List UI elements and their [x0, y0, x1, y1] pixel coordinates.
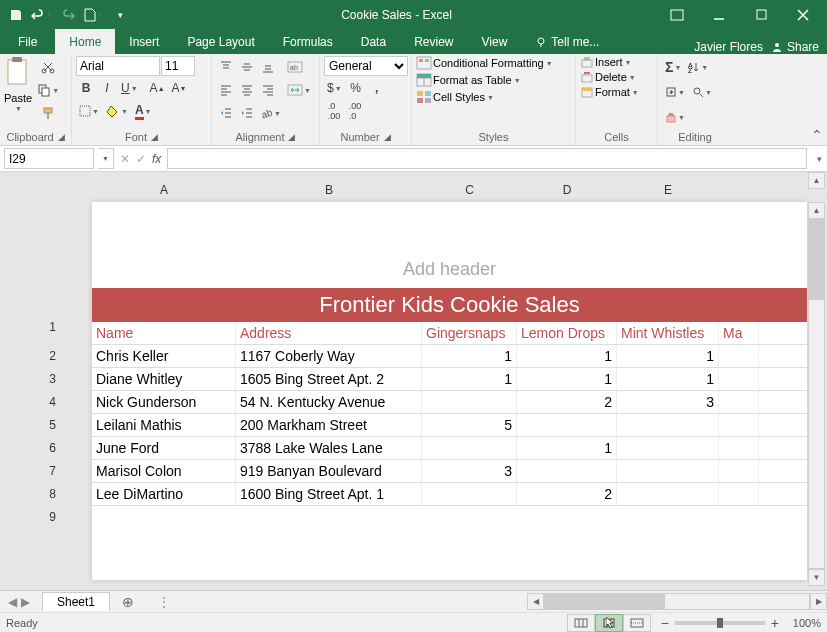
cell[interactable]: 3 — [422, 460, 517, 482]
cell[interactable] — [517, 460, 617, 482]
cell[interactable]: 3 — [617, 391, 719, 413]
fill-icon[interactable]: ▼ — [662, 81, 688, 103]
comma-format-icon[interactable]: , — [367, 77, 387, 99]
cell[interactable]: Leilani Mathis — [92, 414, 236, 436]
tab-insert[interactable]: Insert — [115, 29, 173, 54]
row-header[interactable]: 4 — [10, 390, 70, 413]
dialog-launcher-icon[interactable]: ◢ — [288, 132, 295, 142]
format-painter-icon[interactable] — [34, 102, 62, 124]
accounting-format-icon[interactable]: $▼ — [324, 77, 345, 99]
decrease-indent-icon[interactable] — [216, 102, 236, 124]
header-cell[interactable]: Ma — [719, 322, 759, 344]
row-header[interactable]: 3 — [10, 367, 70, 390]
new-sheet-button[interactable]: ⊕ — [118, 594, 138, 610]
zoom-level[interactable]: 100% — [785, 617, 821, 629]
header-cell[interactable]: Lemon Drops — [517, 322, 617, 344]
cell[interactable] — [719, 391, 759, 413]
scroll-right-icon[interactable]: ▶ — [810, 593, 827, 610]
cell[interactable]: 1 — [422, 368, 517, 390]
row-header[interactable]: 6 — [10, 436, 70, 459]
increase-font-icon[interactable]: A▲ — [147, 77, 168, 99]
cell[interactable] — [719, 483, 759, 505]
paste-button[interactable] — [4, 56, 32, 91]
scroll-left-icon[interactable]: ◀ — [527, 593, 544, 610]
cell[interactable]: 5 — [422, 414, 517, 436]
autosum-icon[interactable]: Σ▼ — [662, 56, 684, 78]
qat-customize-icon[interactable]: ▾ — [108, 3, 132, 27]
font-color-button[interactable]: A▼ — [132, 100, 155, 122]
clear-icon[interactable]: ▼ — [662, 106, 688, 128]
page-break-view-icon[interactable] — [623, 614, 651, 632]
number-format-select[interactable]: General — [324, 56, 408, 76]
paste-label[interactable]: Paste — [4, 92, 32, 104]
close-icon[interactable] — [783, 0, 823, 29]
cell[interactable]: 1 — [517, 437, 617, 459]
cell[interactable]: 2 — [517, 483, 617, 505]
cell[interactable]: 1 — [422, 345, 517, 367]
cell[interactable]: 1167 Coberly Way — [236, 345, 422, 367]
zoom-out-button[interactable]: − — [661, 615, 669, 631]
cell[interactable] — [719, 414, 759, 436]
find-select-icon[interactable]: ▼ — [689, 81, 715, 103]
cell[interactable] — [617, 483, 719, 505]
cell-styles-button[interactable]: Cell Styles▼ — [416, 90, 494, 104]
cell[interactable] — [719, 368, 759, 390]
align-left-icon[interactable] — [216, 79, 236, 101]
scroll-up-icon[interactable]: ▲ — [808, 202, 825, 219]
dialog-launcher-icon[interactable]: ◢ — [58, 132, 65, 142]
font-size-input[interactable] — [161, 56, 195, 76]
ribbon-display-icon[interactable] — [657, 0, 697, 29]
chevron-down-icon[interactable]: ▼ — [46, 11, 53, 18]
maximize-icon[interactable] — [741, 0, 781, 29]
format-as-table-button[interactable]: Format as Table▼ — [416, 73, 521, 87]
format-cells-button[interactable]: Format▼ — [580, 86, 639, 98]
redo-icon[interactable] — [56, 3, 80, 27]
zoom-slider[interactable] — [675, 621, 765, 625]
undo-icon[interactable]: ▼ — [30, 3, 54, 27]
row-header[interactable]: 5 — [10, 413, 70, 436]
percent-format-icon[interactable]: % — [346, 77, 366, 99]
header-cell[interactable]: Name — [92, 322, 236, 344]
border-button[interactable]: ▼ — [76, 100, 102, 122]
page-paper[interactable]: Add header Frontier Kids Cookie Sales Na… — [92, 202, 807, 580]
conditional-formatting-button[interactable]: Conditional Formatting▼ — [416, 56, 553, 70]
cell[interactable] — [719, 437, 759, 459]
italic-button[interactable]: I — [97, 77, 117, 99]
increase-decimal-icon[interactable]: .0.00 — [324, 100, 344, 122]
copy-icon[interactable]: ▼ — [34, 79, 62, 101]
font-name-input[interactable] — [76, 56, 160, 76]
scroll-thumb[interactable] — [545, 594, 665, 609]
bold-button[interactable]: B — [76, 77, 96, 99]
row-header[interactable]: 8 — [10, 482, 70, 505]
cell[interactable] — [422, 483, 517, 505]
cell[interactable]: Diane Whitley — [92, 368, 236, 390]
cell[interactable]: Lee DiMartino — [92, 483, 236, 505]
cell[interactable] — [617, 460, 719, 482]
cell[interactable] — [719, 345, 759, 367]
align-center-icon[interactable] — [237, 79, 257, 101]
scroll-up-page-icon[interactable]: ▲ — [808, 172, 825, 189]
sort-filter-icon[interactable]: AZ▼ — [685, 56, 711, 78]
row-header[interactable]: 9 — [10, 505, 70, 528]
horizontal-scrollbar[interactable]: ◀ ▶ — [527, 593, 827, 610]
share-button[interactable]: Share — [771, 40, 819, 54]
tab-view[interactable]: View — [468, 29, 522, 54]
enter-formula-icon[interactable]: ✓ — [136, 152, 146, 166]
cell[interactable] — [422, 391, 517, 413]
align-right-icon[interactable] — [258, 79, 278, 101]
orientation-icon[interactable]: ab▼ — [258, 102, 284, 124]
column-header[interactable]: D — [517, 180, 617, 200]
underline-button[interactable]: U▼ — [118, 77, 141, 99]
page-layout-view-icon[interactable] — [595, 614, 623, 632]
name-box[interactable]: I29 — [4, 148, 94, 169]
tab-nav-prev-icon[interactable]: ◀ — [8, 595, 17, 609]
scroll-down-icon[interactable]: ▼ — [808, 569, 825, 586]
zoom-thumb[interactable] — [717, 618, 723, 628]
cell[interactable] — [517, 414, 617, 436]
tab-nav-next-icon[interactable]: ▶ — [21, 595, 30, 609]
cell[interactable]: 54 N. Kentucky Avenue — [236, 391, 422, 413]
tab-data[interactable]: Data — [347, 29, 400, 54]
cell[interactable]: June Ford — [92, 437, 236, 459]
column-header[interactable]: E — [617, 180, 719, 200]
save-icon[interactable] — [4, 3, 28, 27]
